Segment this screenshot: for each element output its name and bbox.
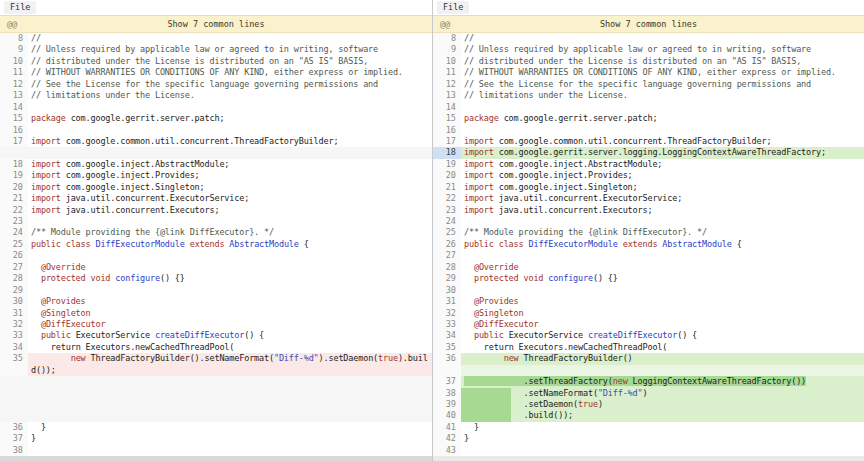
line-number[interactable]: 18 xyxy=(0,159,28,170)
file-menu-button[interactable]: File xyxy=(437,1,469,14)
line-number[interactable]: 9 xyxy=(433,44,461,55)
code-token: protected void xyxy=(474,273,543,283)
line-number[interactable]: 25 xyxy=(433,227,461,238)
code-line: return Executors.newCachedThreadPool( xyxy=(461,342,864,353)
code-token: public class xyxy=(464,239,524,249)
code-line: @DiffExecutor xyxy=(461,319,864,330)
line-number[interactable]: 33 xyxy=(0,330,28,341)
line-number[interactable]: 22 xyxy=(433,193,461,204)
line-number[interactable]: 38 xyxy=(0,445,28,456)
line-number[interactable]: 19 xyxy=(0,170,28,181)
line-number[interactable]: 20 xyxy=(433,170,461,181)
line-number[interactable]: 31 xyxy=(433,296,461,307)
line-number[interactable] xyxy=(433,365,461,376)
line-number[interactable]: 30 xyxy=(0,296,28,307)
diff-row: 34 return Executors.newCachedThreadPool( xyxy=(0,342,432,353)
line-number[interactable]: 21 xyxy=(433,182,461,193)
line-number[interactable]: 33 xyxy=(433,319,461,330)
line-number[interactable]: 20 xyxy=(0,182,28,193)
line-number[interactable]: 34 xyxy=(0,342,28,353)
line-number[interactable]: 23 xyxy=(0,216,28,227)
line-number[interactable]: 22 xyxy=(0,205,28,216)
line-number[interactable]: 28 xyxy=(0,273,28,284)
code-line xyxy=(28,445,432,456)
line-number[interactable]: 24 xyxy=(0,227,28,238)
line-number[interactable]: 15 xyxy=(433,113,461,124)
line-number[interactable]: 40 xyxy=(433,410,461,421)
line-number[interactable]: 32 xyxy=(433,308,461,319)
line-number[interactable]: 37 xyxy=(0,433,28,444)
line-number[interactable]: 26 xyxy=(433,239,461,250)
code-token: // See the License for the specific lang… xyxy=(464,79,811,89)
line-number[interactable]: 17 xyxy=(433,136,461,147)
code-token: ).setDaemon( xyxy=(319,353,379,363)
line-number[interactable]: 27 xyxy=(433,250,461,261)
code-line: public class DiffExecutorModule extends … xyxy=(28,239,432,250)
line-number[interactable]: 18 xyxy=(433,147,461,158)
line-number[interactable]: 11 xyxy=(0,67,28,78)
line-number[interactable]: 13 xyxy=(433,90,461,101)
line-number[interactable]: 13 xyxy=(0,90,28,101)
line-number[interactable]: 11 xyxy=(433,67,461,78)
diff-row: 14 xyxy=(0,102,432,113)
line-number[interactable]: 19 xyxy=(433,159,461,170)
line-number[interactable]: 39 xyxy=(433,399,461,410)
line-number[interactable]: 16 xyxy=(433,125,461,136)
code-line: // limitations under the License. xyxy=(461,90,864,101)
code-line xyxy=(28,388,432,399)
code-line: // See the License for the specific lang… xyxy=(461,79,864,90)
line-number[interactable]: 29 xyxy=(433,273,461,284)
line-number[interactable]: 8 xyxy=(0,33,28,44)
line-number[interactable]: 34 xyxy=(433,330,461,341)
line-number[interactable]: 17 xyxy=(0,136,28,147)
line-number[interactable]: 42 xyxy=(433,433,461,444)
line-number[interactable]: 10 xyxy=(0,56,28,67)
line-number[interactable]: 29 xyxy=(0,285,28,296)
line-number[interactable]: 9 xyxy=(0,44,28,55)
line-number[interactable]: 27 xyxy=(0,262,28,273)
code-line: @Override xyxy=(28,262,432,273)
line-number[interactable]: 16 xyxy=(0,125,28,136)
line-number[interactable]: 35 xyxy=(433,342,461,353)
line-number[interactable] xyxy=(0,388,28,399)
line-number[interactable] xyxy=(0,376,28,387)
line-number[interactable]: 43 xyxy=(433,445,461,456)
code-line: @Provides xyxy=(28,296,432,307)
line-number[interactable] xyxy=(0,410,28,421)
line-number[interactable]: 28 xyxy=(433,262,461,273)
line-number[interactable]: 30 xyxy=(433,285,461,296)
line-number[interactable]: 32 xyxy=(0,319,28,330)
line-number[interactable]: 35 xyxy=(0,353,28,376)
side-by-side-diff: File @@ Show 7 common lines 8//9// Unles… xyxy=(0,0,864,461)
line-number[interactable]: 36 xyxy=(433,353,461,364)
line-number[interactable]: 15 xyxy=(0,113,28,124)
line-number[interactable]: 37 xyxy=(433,376,461,387)
line-number[interactable] xyxy=(0,147,28,158)
line-number[interactable]: 12 xyxy=(433,79,461,90)
code-token: createDiffExecutor xyxy=(588,330,677,340)
line-number[interactable]: 24 xyxy=(433,216,461,227)
code-line: import com.google.common.util.concurrent… xyxy=(28,136,432,147)
line-number[interactable]: 8 xyxy=(433,33,461,44)
line-number[interactable]: 14 xyxy=(433,102,461,113)
code-token: // Unless required by applicable law or … xyxy=(31,44,378,54)
show-common-lines-link[interactable]: Show 7 common lines xyxy=(0,16,432,32)
line-number[interactable] xyxy=(0,399,28,410)
line-number[interactable]: 25 xyxy=(0,239,28,250)
line-number[interactable]: 31 xyxy=(0,308,28,319)
code-line: // WITHOUT WARRANTIES OR CONDITIONS OF A… xyxy=(28,67,432,78)
file-menu-button[interactable]: File xyxy=(4,1,36,14)
line-number[interactable]: 10 xyxy=(433,56,461,67)
diff-row: 18import com.google.gerrit.server.loggin… xyxy=(433,147,864,158)
code-token: DiffExecutorModule xyxy=(528,239,617,249)
line-number[interactable]: 12 xyxy=(0,79,28,90)
line-number[interactable]: 14 xyxy=(0,102,28,113)
line-number[interactable]: 23 xyxy=(433,205,461,216)
line-number[interactable]: 38 xyxy=(433,388,461,399)
line-number[interactable]: 21 xyxy=(0,193,28,204)
show-common-lines-link[interactable]: Show 7 common lines xyxy=(433,16,864,32)
line-number[interactable]: 41 xyxy=(433,422,461,433)
line-number[interactable]: 26 xyxy=(0,250,28,261)
line-number[interactable]: 36 xyxy=(0,422,28,433)
code-line xyxy=(28,125,432,136)
